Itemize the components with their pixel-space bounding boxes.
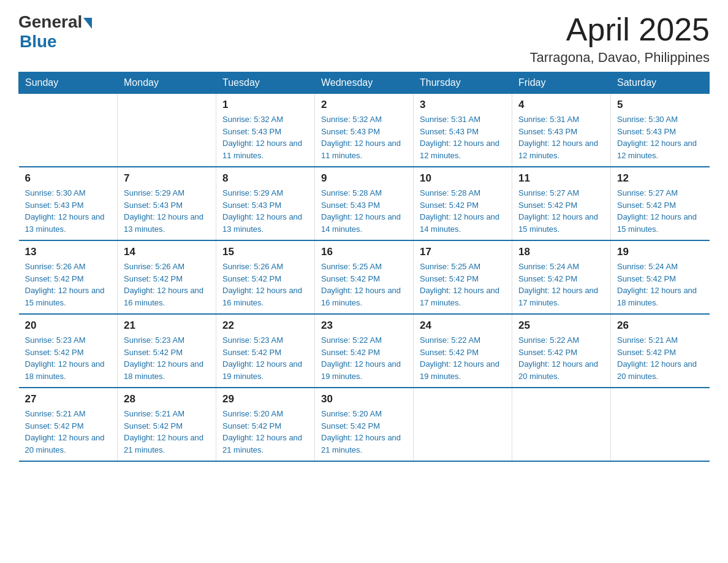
day-number: 2 bbox=[321, 99, 407, 111]
day-number: 19 bbox=[617, 246, 703, 258]
day-info: Sunrise: 5:30 AMSunset: 5:43 PMDaylight:… bbox=[617, 113, 703, 161]
day-number: 18 bbox=[518, 246, 604, 258]
calendar-cell: 15Sunrise: 5:26 AMSunset: 5:42 PMDayligh… bbox=[216, 240, 315, 314]
day-number: 30 bbox=[321, 393, 407, 405]
calendar-cell bbox=[19, 94, 118, 167]
day-info: Sunrise: 5:27 AMSunset: 5:42 PMDaylight:… bbox=[518, 187, 604, 235]
calendar-week-row: 20Sunrise: 5:23 AMSunset: 5:42 PMDayligh… bbox=[19, 314, 710, 388]
day-number: 8 bbox=[222, 172, 308, 185]
day-number: 29 bbox=[222, 393, 308, 405]
calendar-cell bbox=[512, 388, 611, 461]
day-info: Sunrise: 5:29 AMSunset: 5:43 PMDaylight:… bbox=[222, 187, 308, 235]
calendar-cell: 7Sunrise: 5:29 AMSunset: 5:43 PMDaylight… bbox=[118, 167, 216, 240]
day-info: Sunrise: 5:23 AMSunset: 5:42 PMDaylight:… bbox=[124, 334, 210, 382]
day-info: Sunrise: 5:24 AMSunset: 5:42 PMDaylight:… bbox=[617, 261, 703, 308]
calendar-cell: 19Sunrise: 5:24 AMSunset: 5:42 PMDayligh… bbox=[611, 240, 710, 314]
day-info: Sunrise: 5:26 AMSunset: 5:42 PMDaylight:… bbox=[222, 261, 308, 308]
calendar-cell: 11Sunrise: 5:27 AMSunset: 5:42 PMDayligh… bbox=[512, 167, 611, 240]
day-number: 24 bbox=[420, 320, 506, 332]
day-number: 1 bbox=[222, 99, 308, 111]
calendar-week-row: 1Sunrise: 5:32 AMSunset: 5:43 PMDaylight… bbox=[19, 94, 710, 167]
calendar-cell: 2Sunrise: 5:32 AMSunset: 5:43 PMDaylight… bbox=[315, 94, 414, 167]
day-headers-row: SundayMondayTuesdayWednesdayThursdayFrid… bbox=[19, 72, 710, 94]
calendar-cell: 4Sunrise: 5:31 AMSunset: 5:43 PMDaylight… bbox=[512, 94, 611, 167]
day-info: Sunrise: 5:30 AMSunset: 5:43 PMDaylight:… bbox=[25, 187, 112, 235]
day-info: Sunrise: 5:21 AMSunset: 5:42 PMDaylight:… bbox=[25, 408, 112, 456]
calendar-cell: 14Sunrise: 5:26 AMSunset: 5:42 PMDayligh… bbox=[118, 240, 216, 314]
day-number: 14 bbox=[124, 246, 210, 258]
day-number: 6 bbox=[25, 172, 112, 185]
day-info: Sunrise: 5:25 AMSunset: 5:42 PMDaylight:… bbox=[420, 261, 506, 308]
day-info: Sunrise: 5:26 AMSunset: 5:42 PMDaylight:… bbox=[124, 261, 210, 308]
calendar-cell: 24Sunrise: 5:22 AMSunset: 5:42 PMDayligh… bbox=[414, 314, 512, 388]
calendar-cell: 23Sunrise: 5:22 AMSunset: 5:42 PMDayligh… bbox=[315, 314, 414, 388]
day-number: 17 bbox=[420, 246, 506, 258]
calendar-cell: 16Sunrise: 5:25 AMSunset: 5:42 PMDayligh… bbox=[315, 240, 414, 314]
calendar-table: SundayMondayTuesdayWednesdayThursdayFrid… bbox=[18, 72, 710, 462]
day-info: Sunrise: 5:29 AMSunset: 5:43 PMDaylight:… bbox=[124, 187, 210, 235]
calendar-cell: 30Sunrise: 5:20 AMSunset: 5:42 PMDayligh… bbox=[315, 388, 414, 461]
day-header-sunday: Sunday bbox=[19, 72, 118, 94]
day-info: Sunrise: 5:26 AMSunset: 5:42 PMDaylight:… bbox=[25, 261, 112, 308]
day-header-friday: Friday bbox=[512, 72, 611, 94]
day-number: 22 bbox=[222, 320, 308, 332]
calendar-cell: 12Sunrise: 5:27 AMSunset: 5:42 PMDayligh… bbox=[611, 167, 710, 240]
logo: General Blue bbox=[18, 12, 92, 52]
month-title: April 2025 bbox=[529, 12, 710, 47]
day-info: Sunrise: 5:28 AMSunset: 5:42 PMDaylight:… bbox=[420, 187, 506, 235]
day-header-wednesday: Wednesday bbox=[315, 72, 414, 94]
calendar-cell: 13Sunrise: 5:26 AMSunset: 5:42 PMDayligh… bbox=[19, 240, 118, 314]
day-header-thursday: Thursday bbox=[414, 72, 512, 94]
day-number: 7 bbox=[124, 172, 210, 185]
day-number: 10 bbox=[420, 172, 506, 185]
day-info: Sunrise: 5:28 AMSunset: 5:43 PMDaylight:… bbox=[321, 187, 407, 235]
logo-general-text: General bbox=[18, 12, 82, 32]
calendar-cell: 29Sunrise: 5:20 AMSunset: 5:42 PMDayligh… bbox=[216, 388, 315, 461]
calendar-week-row: 13Sunrise: 5:26 AMSunset: 5:42 PMDayligh… bbox=[19, 240, 710, 314]
calendar-cell bbox=[611, 388, 710, 461]
day-info: Sunrise: 5:31 AMSunset: 5:43 PMDaylight:… bbox=[518, 113, 604, 161]
calendar-cell: 9Sunrise: 5:28 AMSunset: 5:43 PMDaylight… bbox=[315, 167, 414, 240]
day-info: Sunrise: 5:23 AMSunset: 5:42 PMDaylight:… bbox=[222, 334, 308, 382]
day-number: 25 bbox=[518, 320, 604, 332]
day-number: 26 bbox=[617, 320, 703, 332]
day-number: 4 bbox=[518, 99, 604, 111]
day-info: Sunrise: 5:32 AMSunset: 5:43 PMDaylight:… bbox=[321, 113, 407, 161]
logo-arrow-icon bbox=[83, 18, 92, 29]
calendar-header: SundayMondayTuesdayWednesdayThursdayFrid… bbox=[19, 72, 710, 94]
day-number: 12 bbox=[617, 172, 703, 185]
calendar-cell: 20Sunrise: 5:23 AMSunset: 5:42 PMDayligh… bbox=[19, 314, 118, 388]
calendar-cell: 8Sunrise: 5:29 AMSunset: 5:43 PMDaylight… bbox=[216, 167, 315, 240]
day-header-saturday: Saturday bbox=[611, 72, 710, 94]
day-number: 11 bbox=[518, 172, 604, 185]
page-header: General Blue April 2025 Tarragona, Davao… bbox=[18, 12, 710, 66]
title-area: April 2025 Tarragona, Davao, Philippines bbox=[529, 12, 710, 66]
logo-blue-text: Blue bbox=[20, 32, 57, 52]
calendar-cell: 25Sunrise: 5:22 AMSunset: 5:42 PMDayligh… bbox=[512, 314, 611, 388]
day-number: 23 bbox=[321, 320, 407, 332]
day-info: Sunrise: 5:22 AMSunset: 5:42 PMDaylight:… bbox=[518, 334, 604, 382]
calendar-week-row: 6Sunrise: 5:30 AMSunset: 5:43 PMDaylight… bbox=[19, 167, 710, 240]
day-number: 28 bbox=[124, 393, 210, 405]
day-header-tuesday: Tuesday bbox=[216, 72, 315, 94]
day-info: Sunrise: 5:20 AMSunset: 5:42 PMDaylight:… bbox=[321, 408, 407, 456]
day-info: Sunrise: 5:27 AMSunset: 5:42 PMDaylight:… bbox=[617, 187, 703, 235]
calendar-cell: 26Sunrise: 5:21 AMSunset: 5:42 PMDayligh… bbox=[611, 314, 710, 388]
calendar-cell bbox=[118, 94, 216, 167]
day-info: Sunrise: 5:31 AMSunset: 5:43 PMDaylight:… bbox=[420, 113, 506, 161]
day-number: 20 bbox=[25, 320, 112, 332]
calendar-body: 1Sunrise: 5:32 AMSunset: 5:43 PMDaylight… bbox=[19, 94, 710, 462]
calendar-cell: 17Sunrise: 5:25 AMSunset: 5:42 PMDayligh… bbox=[414, 240, 512, 314]
calendar-cell: 3Sunrise: 5:31 AMSunset: 5:43 PMDaylight… bbox=[414, 94, 512, 167]
calendar-cell: 22Sunrise: 5:23 AMSunset: 5:42 PMDayligh… bbox=[216, 314, 315, 388]
day-info: Sunrise: 5:21 AMSunset: 5:42 PMDaylight:… bbox=[124, 408, 210, 456]
day-info: Sunrise: 5:22 AMSunset: 5:42 PMDaylight:… bbox=[321, 334, 407, 382]
day-number: 3 bbox=[420, 99, 506, 111]
day-number: 5 bbox=[617, 99, 703, 111]
day-number: 13 bbox=[25, 246, 112, 258]
calendar-cell: 21Sunrise: 5:23 AMSunset: 5:42 PMDayligh… bbox=[118, 314, 216, 388]
day-info: Sunrise: 5:21 AMSunset: 5:42 PMDaylight:… bbox=[617, 334, 703, 382]
calendar-cell bbox=[414, 388, 512, 461]
calendar-cell: 1Sunrise: 5:32 AMSunset: 5:43 PMDaylight… bbox=[216, 94, 315, 167]
day-info: Sunrise: 5:32 AMSunset: 5:43 PMDaylight:… bbox=[222, 113, 308, 161]
